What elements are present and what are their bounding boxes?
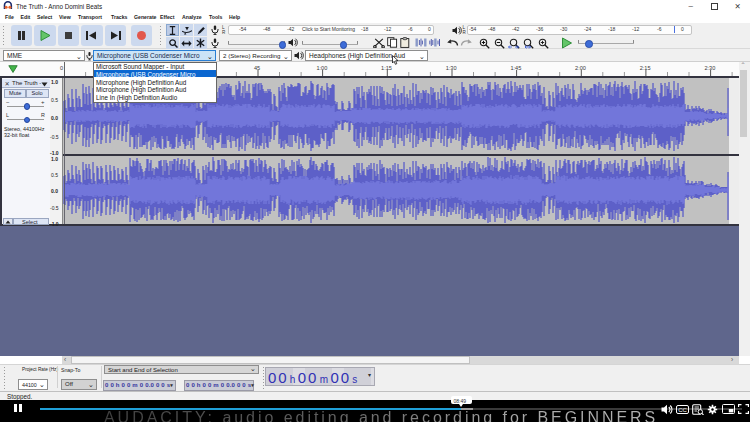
svg-text:CC: CC — [678, 406, 687, 412]
